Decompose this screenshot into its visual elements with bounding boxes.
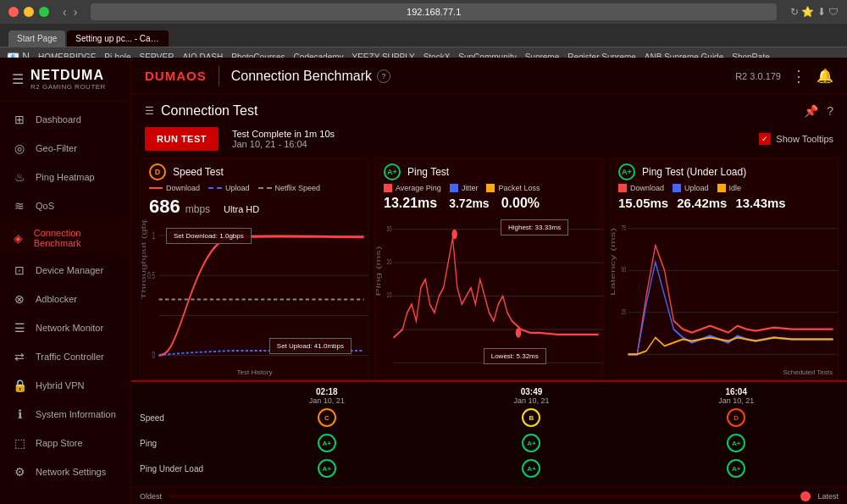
dumaos-logo: DUMAOS [145,69,207,83]
sidebar-item-network-monitor[interactable]: ☰ Network Monitor [0,313,130,342]
header-divider [219,66,219,86]
history-empty-header [140,387,224,405]
tab-active[interactable]: Setting up pc... - Call of Duty Support … [67,30,169,47]
nav-forward[interactable]: › [74,5,78,19]
content-actions: 📌 ? [804,104,833,118]
timeline-row: Oldest Latest [131,486,847,504]
ping-test-panel: A+ Ping Test Average Ping Jitter [374,158,604,380]
window-close-dot[interactable] [8,7,19,17]
ping-chart-svg: Ping (ms) 30 20 10 [375,213,603,379]
section-menu-icon: ☰ [145,105,154,117]
notification-bell-icon[interactable]: 🔔 [817,68,833,84]
sidebar-item-geo-filter[interactable]: ◎ Geo-Filter [0,134,130,163]
nav-back[interactable]: ‹ [63,5,67,19]
adblocker-icon: ⊗ [12,292,27,306]
address-bar[interactable]: 192.168.77.1 [91,3,777,20]
sidebar-item-label: Geo-Filter [36,143,77,153]
legend-upload: Upload [208,184,250,192]
tooltips-toggle[interactable]: ✓ Show Tooltips [759,133,833,145]
speed-grade-col2[interactable]: B [429,405,634,430]
sidebar-item-connection-benchmark[interactable]: ◈ Connection Benchmark [0,220,130,256]
idle-ping-value: 13.43ms [735,196,785,210]
svg-text:1: 1 [152,230,156,241]
sidebar-nav: ⊞ Dashboard ◎ Geo-Filter ♨ Ping Heatmap … [0,102,130,504]
sidebar-item-network-settings[interactable]: ⚙ Network Settings [0,457,130,486]
svg-text:Throughput (gbps): Throughput (gbps) [141,219,147,300]
ping-test-title: Ping Test [407,166,449,178]
ping-under-load-legend: Download Upload Idle [610,182,838,196]
menu-icon[interactable]: ☰ [12,71,24,87]
speed-test-legend: Download Upload Netflix Speed [141,182,368,196]
sidebar-item-device-manager[interactable]: ⊡ Device Manager [0,256,130,285]
download-value: 686 [149,196,180,218]
sidebar-item-system-information[interactable]: ℹ System Information [0,400,130,429]
svg-text:0.5: 0.5 [147,270,155,280]
ping-grade-3: A+ [727,434,745,452]
ping-load-grade-col3[interactable]: A+ [634,456,839,481]
svg-text:20: 20 [386,257,391,266]
section-help-icon[interactable]: ? [827,104,833,118]
sidebar-item-qos[interactable]: ≋ QoS [0,191,130,220]
ping-load-row-label: Ping Under Load [140,456,224,481]
ping-load-grade-3: A+ [727,459,745,478]
ping-grade-col2[interactable]: A+ [429,430,634,456]
sidebar-logo: ☰ NETDUMA R2 GAMING ROUTER [0,58,130,102]
ping-load-grade-col2[interactable]: A+ [429,456,634,481]
sidebar-item-ping-heatmap[interactable]: ♨ Ping Heatmap [0,163,130,191]
sidebar-item-label: QoS [36,201,54,211]
ping-chart-container: Ping (ms) 30 20 10 [375,213,603,379]
sidebar-item-adblocker[interactable]: ⊗ Adblocker [0,285,130,313]
tooltips-checkbox[interactable]: ✓ [759,133,771,145]
ping-under-load-title: Ping Test (Under Load) [642,166,746,178]
sidebar-item-label: Network Monitor [36,323,103,333]
ping-load-chart-svg: Latency (ms) 75 50 25 [610,212,838,379]
ping-grade-col1[interactable]: A+ [224,430,429,456]
tooltips-label: Show Tooltips [776,134,833,144]
window-maximize-dot[interactable] [39,7,49,17]
speed-grade-col3[interactable]: D [634,405,839,430]
ping-grade-col3[interactable]: A+ [634,430,839,456]
run-test-button[interactable]: RUN TEST [145,127,219,151]
sidebar-item-dashboard[interactable]: ⊞ Dashboard [0,105,130,134]
timeline-handle[interactable] [800,491,811,501]
oldest-label: Oldest [140,492,162,501]
packet-loss-value: 0.00% [501,196,540,211]
ping-heatmap-icon: ♨ [12,170,27,184]
qos-icon: ≋ [12,199,27,213]
jitter-value: 3.72ms [449,197,489,210]
ping-load-grade-2: A+ [522,459,540,478]
sidebar-item-label: Network Settings [36,467,106,477]
history-col-1: 02:18 Jan 10, 21 [224,387,429,405]
tab-start-page[interactable]: Start Page [8,30,65,47]
sidebar-item-hybrid-vpn[interactable]: 🔒 Hybrid VPN [0,371,130,400]
legend-netflix: Netflix Speed [258,184,321,192]
window-minimize-dot[interactable] [24,7,34,17]
geo-filter-icon: ◎ [12,141,27,155]
browser-nav: ‹ › [63,5,77,19]
top-header: DUMAOS Connection Benchmark ? R2 3.0.179… [131,58,847,95]
svg-text:30: 30 [386,224,391,233]
timeline-slider[interactable] [169,495,811,498]
right-panel: DUMAOS Connection Benchmark ? R2 3.0.179… [131,58,847,504]
sidebar-item-label: Adblocker [36,294,77,304]
browser-actions: ↻ ⭐ ⬇ 🛡 [790,6,839,18]
speed-grade-col1[interactable]: C [224,405,429,430]
svg-point-17 [451,230,457,240]
sidebar-item-traffic-controller[interactable]: ⇄ Traffic Controller [0,342,130,371]
sidebar-item-rapp-store[interactable]: ⬚ Rapp Store [0,429,130,457]
section-title: Connection Test [161,103,257,119]
sidebar-item-label: Rapp Store [36,438,83,448]
ping-under-load-panel: A+ Ping Test (Under Load) Download Uploa… [609,158,839,380]
pin-icon[interactable]: 📌 [804,104,818,118]
help-button[interactable]: ? [377,69,390,83]
ping-load-grade-col1[interactable]: A+ [224,456,429,481]
history-date-1: Jan 10, 21 [224,396,429,405]
more-options-icon[interactable]: ⋮ [791,67,806,86]
history-col-2: 03:49 Jan 10, 21 [429,387,634,405]
main-content: ☰ Connection Test 📌 ? RUN TEST Test Comp… [131,95,847,504]
content-header: ☰ Connection Test 📌 ? [131,95,847,124]
browser-tabs: Start Page Setting up pc... - Call of Du… [0,24,847,47]
ul-ping-value: 26.42ms [677,196,727,210]
version-label: R2 3.0.179 [735,71,781,81]
netflix-label: Ultra HD [224,204,259,214]
